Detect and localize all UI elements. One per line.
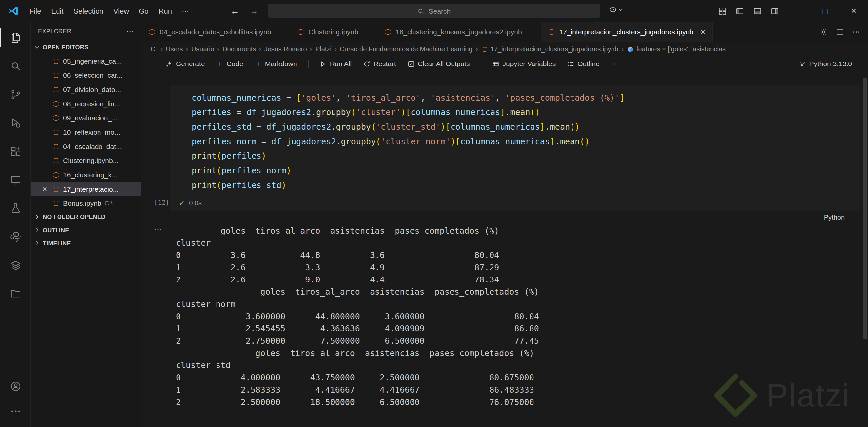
cell-editor[interactable]: columnas_numericas = ['goles', 'tiros_al…: [170, 85, 860, 211]
editor-tab[interactable]: 04_escalado_datos_cebollitas.ipynb ✕: [142, 22, 290, 42]
close-button[interactable]: ✕: [840, 0, 868, 22]
toolbar-item[interactable]: [611, 60, 621, 68]
run-debug-icon: [9, 117, 22, 129]
open-editor-item[interactable]: ✕ Clustering.ipynb...: [31, 153, 141, 168]
split-editor-icon[interactable]: [836, 28, 844, 36]
sidebar-section-header[interactable]: TIMELINE: [31, 237, 141, 250]
gear-icon[interactable]: [819, 28, 828, 36]
breadcrumb-item[interactable]: Usuario ›: [191, 45, 222, 54]
toggle-secondary-sidebar-icon[interactable]: [771, 7, 779, 16]
editor-tab[interactable]: 16_clustering_kmeans_jugadores2.ipynb ✕: [377, 22, 541, 42]
activity-bar-item[interactable]: [0, 377, 30, 396]
activity-bar-item[interactable]: [0, 256, 30, 275]
editor-tab[interactable]: Clustering.ipynb ✕: [290, 22, 377, 42]
sidebar-section-header[interactable]: OUTLINE: [31, 224, 141, 237]
open-editor-item[interactable]: ✕ 04_escalado_dat...: [31, 139, 141, 153]
account-icon: [9, 380, 22, 392]
open-editors-header[interactable]: OPEN EDITORS: [31, 41, 141, 54]
output-collapse-icon[interactable]: ⋯: [154, 224, 162, 233]
menu-item[interactable]: View: [108, 0, 134, 22]
code-line[interactable]: print(perfiles_std): [192, 178, 854, 193]
breadcrumb-item[interactable]: 17_interpretacion_clusters_jugadores.ipy…: [481, 45, 627, 54]
open-editor-item[interactable]: ✕ 07_division_dato...: [31, 82, 141, 96]
menu-item[interactable]: Selection: [68, 0, 108, 22]
copilot-button[interactable]: [609, 5, 624, 14]
open-editor-item[interactable]: ✕ 08_regresion_lin...: [31, 96, 141, 111]
breadcrumb-item[interactable]: Documents ›: [222, 45, 264, 54]
breadcrumb-item[interactable]: Users ›: [165, 45, 191, 54]
sidebar-more-actions-icon[interactable]: ⋯: [126, 27, 134, 36]
maximize-button[interactable]: □: [811, 0, 840, 22]
code-line[interactable]: print(perfiles_norm): [192, 163, 854, 178]
success-check-icon: ✓: [179, 199, 185, 208]
activity-bar-item[interactable]: [0, 199, 30, 218]
jupyter-icon: [52, 100, 60, 108]
chevron-down-icon: [618, 7, 624, 12]
open-editor-item[interactable]: ✕ 10_reflexion_mo...: [31, 125, 141, 139]
activity-bar-item[interactable]: [0, 57, 30, 76]
open-editor-item[interactable]: ✕ 06_seleccion_car...: [31, 68, 141, 82]
breadcrumb-item[interactable]: features = ['goles', 'asistencias ›: [627, 45, 725, 53]
breadcrumb-item[interactable]: C: ›: [151, 45, 165, 54]
outline-icon: [567, 60, 575, 68]
activity-bar-item[interactable]: [0, 284, 30, 303]
close-icon[interactable]: ✕: [42, 185, 52, 193]
open-editor-item[interactable]: ✕ 05_ingenieria_ca...: [31, 54, 141, 68]
toggle-sidebar-icon[interactable]: [736, 7, 744, 16]
breadcrumb-item[interactable]: Jesus Romero ›: [265, 45, 315, 54]
code-line[interactable]: perfiles_norm = df_jugadores2.groupby('c…: [192, 134, 854, 149]
open-editor-label: 07_division_dato...: [63, 86, 121, 94]
menu-item[interactable]: Run: [154, 0, 177, 22]
jupyter-icon: [52, 72, 60, 79]
tab-close-icon[interactable]: ✕: [701, 28, 706, 36]
activity-bar-item[interactable]: [0, 170, 30, 190]
minimize-button[interactable]: ─: [783, 0, 811, 22]
back-icon[interactable]: ←: [225, 6, 245, 16]
breadcrumb-item[interactable]: Platzi ›: [315, 45, 340, 54]
layers-icon: [9, 259, 22, 271]
activity-bar-item[interactable]: [0, 402, 30, 421]
toolbar-item[interactable]: Generate: [165, 60, 205, 68]
toolbar-item[interactable]: Jupyter Variables: [481, 60, 556, 68]
toolbar-item[interactable]: Code: [216, 60, 243, 68]
open-editor-item[interactable]: ✕ Bonus.ipynb C:\...: [31, 196, 141, 210]
search-icon: [9, 60, 22, 72]
cell-code[interactable]: columnas_numericas = ['goles', 'tiros_al…: [170, 85, 860, 195]
copilot-icon: [609, 5, 617, 14]
jupyter-icon: [297, 28, 305, 36]
toolbar-item[interactable]: Clear All Outputs: [407, 60, 470, 68]
menu-more-icon[interactable]: ⋯: [177, 0, 194, 22]
editor-tab[interactable]: 17_interpretacion_clusters_jugadores.ipy…: [541, 22, 713, 42]
code-line[interactable]: perfiles_std = df_jugadores2.groupby('cl…: [192, 120, 854, 134]
toolbar-item[interactable]: Run All: [308, 60, 352, 68]
more-actions-icon[interactable]: [852, 28, 861, 36]
toolbar-item[interactable]: Markdown: [254, 60, 297, 68]
menu-item[interactable]: Go: [134, 0, 153, 22]
activity-bar-item[interactable]: [0, 28, 30, 47]
toolbar-item[interactable]: Restart: [363, 60, 396, 68]
activity-bar-item[interactable]: [0, 85, 30, 104]
open-editor-label: 17_interpretacio...: [63, 185, 119, 193]
sidebar-section-header[interactable]: NO FOLDER OPENED: [31, 210, 141, 224]
open-editor-item[interactable]: ✕ 17_interpretacio...: [31, 182, 141, 196]
activity-bar-item[interactable]: [0, 142, 30, 161]
cell-language-picker[interactable]: Python: [824, 214, 844, 221]
breadcrumb-item[interactable]: Curso de Fundamentos de Machine Learning…: [340, 45, 481, 54]
search-box[interactable]: Search: [268, 4, 600, 18]
open-editor-item[interactable]: ✕ 16_clustering_k...: [31, 168, 141, 182]
menu-item[interactable]: File: [25, 0, 46, 22]
forward-icon[interactable]: →: [245, 6, 264, 16]
toggle-panel-icon[interactable]: [753, 7, 762, 16]
code-line[interactable]: columnas_numericas = ['goles', 'tiros_al…: [192, 91, 854, 105]
toolbar-item[interactable]: Outline: [567, 60, 599, 68]
activity-bar-item[interactable]: [0, 113, 30, 133]
activity-bar-item[interactable]: [0, 227, 30, 247]
code-line[interactable]: perfiles = df_jugadores2.groupby('cluste…: [192, 105, 854, 120]
editor-scrollbar[interactable]: [863, 78, 867, 339]
menu-item[interactable]: Edit: [46, 0, 68, 22]
open-editor-label: Clustering.ipynb...: [63, 157, 119, 165]
open-editor-item[interactable]: ✕ 09_evaluacion_...: [31, 111, 141, 125]
code-line[interactable]: print(perfiles): [192, 149, 854, 163]
kernel-picker[interactable]: Python 3.13.0: [798, 60, 852, 68]
customize-layout-icon[interactable]: [718, 7, 727, 16]
